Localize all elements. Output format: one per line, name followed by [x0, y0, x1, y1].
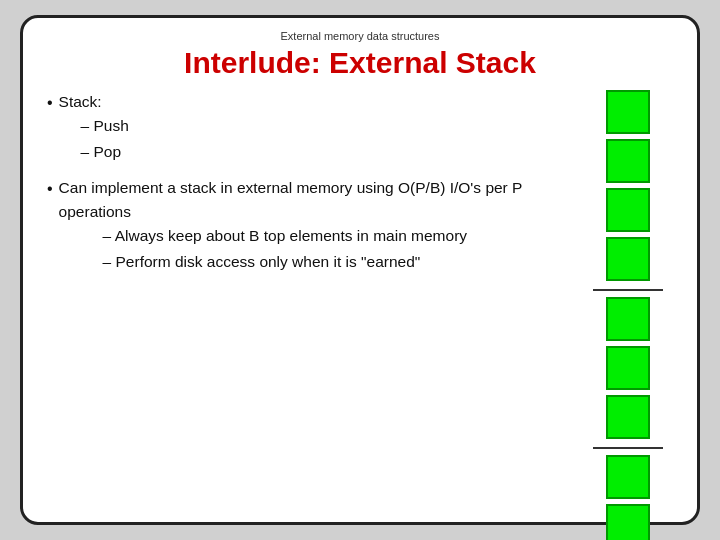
bullet-2-subs: – Always keep about B top elements in ma…	[59, 224, 583, 274]
green-block-8	[606, 455, 650, 499]
bullet-text-2: Can implement a stack in external memory…	[59, 176, 583, 276]
bullet-1: • Stack: – Push – Pop	[47, 90, 583, 166]
green-block-4	[606, 237, 650, 281]
bullet-dot-1: •	[47, 91, 53, 116]
bullet-main-1: Stack:	[59, 93, 102, 110]
green-block-9	[606, 504, 650, 540]
divider-line-1	[593, 289, 663, 291]
bullet-2: • Can implement a stack in external memo…	[47, 176, 583, 276]
slide: External memory data structures Interlud…	[20, 15, 700, 525]
green-block-5	[606, 297, 650, 341]
sub-item-2-1: – Always keep about B top elements in ma…	[81, 224, 583, 248]
green-block-6	[606, 346, 650, 390]
green-block-1	[606, 90, 650, 134]
bullet-dot-2: •	[47, 177, 53, 202]
green-block-2	[606, 139, 650, 183]
bullet-main-2: Can implement a stack in external memory…	[59, 179, 523, 220]
green-block-7	[606, 395, 650, 439]
slide-body: • Stack: – Push – Pop • Can implement a …	[47, 90, 673, 540]
content-right	[583, 90, 673, 540]
sub-item-1-2: – Pop	[59, 140, 583, 164]
sub-item-1-1: – Push	[59, 114, 583, 138]
divider-line-2	[593, 447, 663, 449]
content-left: • Stack: – Push – Pop • Can implement a …	[47, 90, 583, 540]
green-block-3	[606, 188, 650, 232]
slide-subtitle: External memory data structures	[47, 30, 673, 42]
bullet-text-1: Stack: – Push – Pop	[59, 90, 583, 166]
slide-title: Interlude: External Stack	[47, 46, 673, 80]
sub-item-2-2: – Perform disk access only when it is "e…	[81, 250, 583, 274]
